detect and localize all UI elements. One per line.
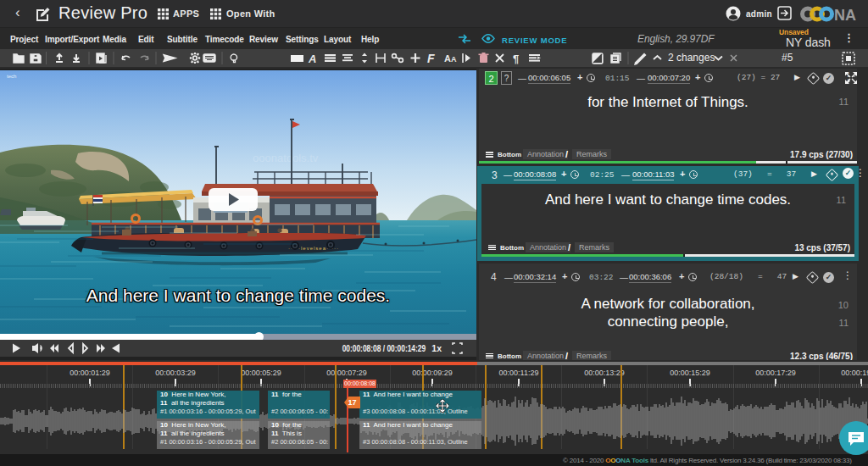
svg-text:A: A bbox=[451, 55, 457, 64]
svg-text:NA: NA bbox=[834, 7, 856, 24]
svg-text:¶: ¶ bbox=[513, 53, 519, 65]
svg-text:A: A bbox=[308, 53, 316, 65]
svg-text:A: A bbox=[444, 53, 451, 64]
svg-text:F: F bbox=[427, 52, 435, 65]
svg-text:tech: tech bbox=[7, 74, 16, 79]
svg-text:ooonatools.tv: ooonatools.tv bbox=[253, 152, 319, 164]
